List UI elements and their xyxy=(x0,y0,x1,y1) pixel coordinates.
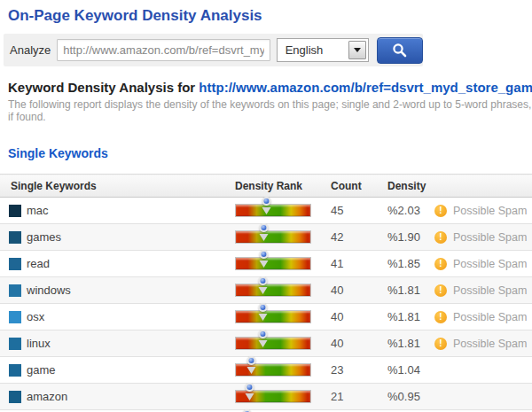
keyword-label: windows xyxy=(27,284,71,297)
keyword-cell: windows xyxy=(27,277,226,304)
count-cell: 45 xyxy=(324,198,368,224)
chevron-down-icon xyxy=(354,48,361,52)
density-rank-gauge xyxy=(235,284,311,297)
count-value: 45 xyxy=(331,204,343,217)
count-cell: 40 xyxy=(324,304,368,330)
count-cell: 21 xyxy=(324,384,368,410)
table-row: games 42 %1.90 ! Possible Spam xyxy=(0,224,532,251)
density-cell: %1.81 xyxy=(368,330,434,357)
keyword-label: mac xyxy=(27,204,49,217)
density-cell: %0.95 xyxy=(368,384,434,410)
keyword-bullet-icon xyxy=(9,205,21,217)
count-cell: 40 xyxy=(324,277,368,304)
keyword-cell: mac xyxy=(27,198,226,224)
keyword-density-table: Single Keywords Density Rank Count Densi… xyxy=(0,174,532,412)
count-value: 40 xyxy=(331,284,343,297)
keyword-label: amazon xyxy=(27,390,67,403)
keyword-label: osx xyxy=(27,310,44,323)
possible-spam-indicator: ! Possible Spam xyxy=(434,284,532,297)
keyword-label: linux xyxy=(27,337,51,350)
page-title: On-Page Keyword Density Analysis xyxy=(8,7,532,25)
count-value: 21 xyxy=(331,390,343,403)
density-rank-gauge xyxy=(235,204,311,217)
keyword-bullet-icon xyxy=(9,338,21,350)
keyword-cell: linux xyxy=(27,330,226,357)
possible-spam-indicator: ! Possible Spam xyxy=(434,311,532,323)
density-value: %2.03 xyxy=(387,204,420,217)
density-value: %1.81 xyxy=(387,284,420,297)
density-rank-gauge xyxy=(235,310,311,323)
density-value: %1.81 xyxy=(387,310,420,323)
report-heading-url[interactable]: http://www.amazon.com/b/ref=dsvrt_myd_st… xyxy=(199,80,532,95)
density-rank-pin-icon xyxy=(260,197,273,216)
density-rank-gauge xyxy=(235,230,311,244)
possible-spam-indicator: ! Possible Spam xyxy=(434,338,532,350)
column-header-count: Count xyxy=(324,175,368,198)
keyword-bullet-icon xyxy=(9,391,21,403)
density-rank-pin-icon xyxy=(256,330,270,349)
warning-icon: ! xyxy=(434,338,447,350)
keyword-bullet-icon xyxy=(9,258,21,270)
count-value: 41 xyxy=(331,257,343,270)
table-row: linux 40 %1.81 ! Possible Spam xyxy=(0,330,532,357)
keyword-cell: amazon xyxy=(27,384,226,410)
column-header-density-rank: Density Rank xyxy=(226,175,324,198)
density-rank-pin-icon xyxy=(257,223,270,243)
column-header-density: Density xyxy=(368,175,434,198)
keyword-cell: games xyxy=(27,224,226,251)
warning-icon: ! xyxy=(434,258,447,270)
count-cell: 23 xyxy=(324,357,368,384)
density-rank-pin-icon xyxy=(257,250,270,269)
possible-spam-label: Possible Spam xyxy=(453,258,527,270)
possible-spam-label: Possible Spam xyxy=(453,311,527,323)
density-value: %1.04 xyxy=(387,363,420,377)
table-row: mac 45 %2.03 ! Possible Spam xyxy=(0,198,532,224)
keyword-cell: osx xyxy=(27,304,226,330)
count-value: 40 xyxy=(331,337,343,350)
density-cell: %1.04 xyxy=(368,357,434,384)
keyword-cell: read xyxy=(27,251,226,277)
report-heading: Keyword Density Analysis for http://www.… xyxy=(8,80,532,95)
possible-spam-indicator: ! Possible Spam xyxy=(434,205,532,217)
density-rank-pin-icon xyxy=(243,383,256,402)
density-rank-gauge xyxy=(235,337,311,350)
density-cell: %1.81 xyxy=(368,277,434,304)
column-header-spam-empty xyxy=(434,175,532,198)
language-dropdown-button[interactable] xyxy=(348,41,366,59)
density-cell: %1.81 xyxy=(368,304,434,330)
density-cell: %2.03 xyxy=(368,198,434,224)
report-description: The following report displays the densit… xyxy=(8,98,532,123)
table-row: amazon 21 %0.95 ! xyxy=(0,384,532,410)
possible-spam-indicator: ! Possible Spam xyxy=(434,231,532,244)
count-value: 23 xyxy=(331,363,343,377)
column-header-keywords: Single Keywords xyxy=(0,175,226,198)
table-row: read 41 %1.85 ! Possible Spam xyxy=(0,251,532,277)
table-row: game 23 %1.04 ! xyxy=(0,357,532,384)
search-button[interactable] xyxy=(377,37,423,64)
url-input[interactable] xyxy=(57,39,270,61)
warning-icon: ! xyxy=(434,311,447,323)
density-value: %1.81 xyxy=(387,337,420,350)
report-heading-prefix: Keyword Density Analysis for xyxy=(8,80,199,95)
count-cell: 42 xyxy=(324,224,368,251)
warning-icon: ! xyxy=(434,205,447,217)
keyword-label: read xyxy=(27,257,50,270)
possible-spam-label: Possible Spam xyxy=(453,205,527,217)
possible-spam-indicator: ! Possible Spam xyxy=(434,258,532,270)
language-selected-value: English xyxy=(278,43,349,57)
density-value: %0.95 xyxy=(387,390,420,403)
warning-icon: ! xyxy=(434,284,447,297)
keyword-label: game xyxy=(27,363,56,377)
count-value: 42 xyxy=(331,230,343,244)
density-cell: %1.90 xyxy=(368,224,434,251)
search-icon xyxy=(391,42,409,59)
keyword-label: games xyxy=(27,230,61,244)
density-rank-gauge xyxy=(235,390,311,403)
language-select[interactable]: English xyxy=(277,38,370,62)
table-row: osx 40 %1.81 ! Possible Spam xyxy=(0,304,532,330)
section-title-single-keywords: Single Keywords xyxy=(8,146,532,160)
table-row: windows 40 %1.81 ! Possible Spam xyxy=(0,277,532,304)
density-rank-gauge xyxy=(235,257,311,270)
density-rank-pin-icon xyxy=(245,356,258,376)
possible-spam-label: Possible Spam xyxy=(453,231,527,244)
